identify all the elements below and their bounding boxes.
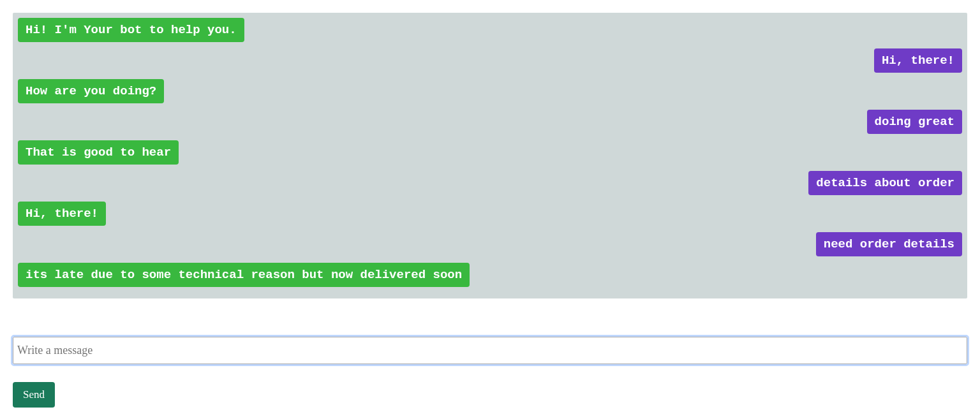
message-text: details about order bbox=[808, 171, 962, 195]
message-input[interactable] bbox=[13, 337, 967, 364]
message-user: doing great bbox=[18, 110, 962, 134]
message-text: doing great bbox=[867, 110, 962, 134]
chat-window: Hi! I'm Your bot to help you. Hi, there!… bbox=[13, 13, 967, 298]
message-text: Hi! I'm Your bot to help you. bbox=[18, 18, 244, 42]
message-bot: That is good to hear bbox=[18, 140, 962, 165]
message-user: need order details bbox=[18, 232, 962, 256]
message-user: details about order bbox=[18, 171, 962, 195]
message-text: That is good to hear bbox=[18, 140, 179, 165]
message-text: Hi, there! bbox=[874, 48, 962, 73]
send-button[interactable]: Send bbox=[13, 382, 55, 408]
message-user: Hi, there! bbox=[18, 48, 962, 73]
message-bot: Hi! I'm Your bot to help you. bbox=[18, 18, 962, 42]
message-text: need order details bbox=[816, 232, 962, 256]
message-text: its late due to some technical reason bu… bbox=[18, 263, 470, 287]
input-area: Send bbox=[13, 337, 967, 408]
message-bot: How are you doing? bbox=[18, 79, 962, 103]
message-text: How are you doing? bbox=[18, 79, 164, 103]
message-bot: its late due to some technical reason bu… bbox=[18, 263, 962, 287]
message-text: Hi, there! bbox=[18, 202, 106, 226]
message-bot: Hi, there! bbox=[18, 202, 962, 226]
